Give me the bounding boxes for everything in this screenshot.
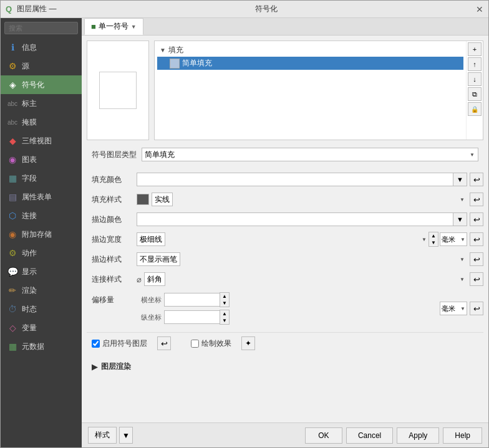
sidebar-item-metadata[interactable]: ▦ 元数据 bbox=[1, 337, 82, 356]
enable-symbol-text: 启用符号图层 bbox=[102, 338, 147, 349]
add-layer-button[interactable]: + bbox=[468, 42, 482, 56]
stroke-color-dropdown-btn[interactable]: ▼ bbox=[453, 212, 467, 226]
draw-effects-label[interactable]: 绘制效果 bbox=[191, 338, 231, 349]
enable-symbol-checkbox[interactable] bbox=[92, 340, 100, 348]
copy-layer-button[interactable]: ⧉ bbox=[468, 87, 482, 101]
fill-color-copy-btn[interactable]: ↩ bbox=[470, 173, 483, 186]
sidebar-item-display[interactable]: 💬 显示 bbox=[1, 262, 82, 281]
sidebar-label-fields: 字段 bbox=[22, 173, 37, 184]
stroke-color-label: 描边颜色 bbox=[87, 214, 137, 225]
sidebar-item-variables[interactable]: ◇ 变量 bbox=[1, 318, 82, 337]
sidebar-label-info: 信息 bbox=[22, 42, 37, 53]
sidebar-item-fields[interactable]: ▦ 字段 bbox=[1, 169, 82, 188]
sidebar-label-source: 源 bbox=[22, 61, 29, 72]
stroke-color-input[interactable] bbox=[137, 212, 453, 226]
storage-icon: ◉ bbox=[7, 229, 18, 240]
sidebar-item-storage[interactable]: ◉ 附加存储 bbox=[1, 225, 82, 244]
fill-style-copy-btn[interactable]: ↩ bbox=[470, 193, 483, 206]
layer-fill-icon bbox=[170, 59, 180, 69]
symbol-type-label: 符号图层类型 bbox=[92, 150, 137, 160]
sidebar-item-charts[interactable]: ◉ 图表 bbox=[1, 150, 82, 169]
sidebar-item-time[interactable]: ⏱ 时态 bbox=[1, 300, 82, 318]
style-button[interactable]: 样式 bbox=[88, 427, 117, 444]
sidebar-item-mask[interactable]: abc 掩膜 bbox=[1, 113, 82, 131]
variables-icon: ◇ bbox=[7, 322, 18, 333]
render-section: ▶ 图层渲染 bbox=[87, 359, 483, 374]
offset-y-up-btn[interactable]: ▲ bbox=[220, 310, 229, 317]
fill-style-label: 填充样式 bbox=[87, 194, 137, 205]
enable-symbol-copy-btn[interactable]: ↩ bbox=[157, 336, 171, 350]
stroke-width-down-btn[interactable]: ▼ bbox=[429, 239, 438, 246]
stroke-width-copy-btn[interactable]: ↩ bbox=[470, 232, 483, 246]
sidebar-label-metadata: 元数据 bbox=[22, 341, 44, 352]
offset-y-input[interactable]: 0.000000 bbox=[164, 310, 220, 324]
sidebar-item-3dview[interactable]: ◆ 三维视图 bbox=[1, 131, 82, 150]
symbol-type-select[interactable]: 简单填充 bbox=[142, 148, 478, 161]
sidebar: ℹ 信息 ⚙ 源 ◈ 符号化 abc 标主 abc 掩膜 ◆ 三维视图 bbox=[1, 18, 82, 447]
stroke-width-control: 极细线 ▲ ▼ 毫 bbox=[137, 232, 483, 247]
stroke-width-unit-select[interactable]: 毫米 bbox=[440, 232, 467, 246]
enable-symbol-label[interactable]: 启用符号图层 bbox=[92, 338, 147, 349]
cancel-button[interactable]: Cancel bbox=[346, 427, 393, 444]
connect-style-select[interactable]: 斜角 bbox=[144, 272, 165, 286]
draw-effects-checkbox[interactable] bbox=[191, 340, 199, 348]
offset-x-up-btn[interactable]: ▲ bbox=[220, 293, 229, 300]
move-down-button[interactable]: ↓ bbox=[468, 72, 482, 86]
sidebar-label-render: 渲染 bbox=[22, 285, 37, 296]
sidebar-label-actions: 动作 bbox=[22, 248, 37, 259]
tab-single-symbol[interactable]: ■ 单一符号 ▼ bbox=[84, 18, 143, 35]
sidebar-label-labels: 标主 bbox=[22, 98, 37, 109]
sidebar-item-attrform[interactable]: ▤ 属性表单 bbox=[1, 188, 82, 206]
connect-style-icon: ⌀ bbox=[137, 275, 142, 284]
symbol-type-row: 符号图层类型 简单填充 bbox=[87, 145, 483, 164]
sidebar-label-connect: 连接 bbox=[22, 211, 37, 221]
layer-tree-parent[interactable]: ▼ 填充 bbox=[157, 44, 463, 57]
sidebar-item-connect[interactable]: ⬡ 连接 bbox=[1, 206, 82, 225]
sidebar-item-labels[interactable]: abc 标主 bbox=[1, 94, 82, 113]
offset-y-down-btn[interactable]: ▼ bbox=[220, 317, 229, 324]
charts-icon: ◉ bbox=[7, 154, 18, 165]
render-title[interactable]: ▶ 图层渲染 bbox=[92, 361, 478, 372]
fill-style-select[interactable]: 实线 bbox=[152, 193, 173, 206]
stroke-width-up-btn[interactable]: ▲ bbox=[429, 232, 438, 239]
close-button[interactable]: ✕ bbox=[476, 4, 483, 14]
stroke-width-select[interactable]: 极细线 bbox=[137, 232, 165, 246]
sidebar-item-source[interactable]: ⚙ 源 bbox=[1, 57, 82, 75]
sidebar-label-attrform: 属性表单 bbox=[22, 192, 52, 203]
title-bar-left: Q 图层属性 — bbox=[6, 4, 56, 14]
stroke-color-control: ▼ ↩ bbox=[137, 212, 483, 226]
layer-tree-child[interactable]: 简单填充 bbox=[157, 57, 463, 70]
sidebar-label-charts: 图表 bbox=[22, 155, 37, 165]
info-icon: ℹ bbox=[7, 42, 18, 53]
offset-unit-select[interactable]: 毫米 bbox=[440, 302, 467, 315]
stroke-style-select[interactable]: 不显示画笔 bbox=[137, 252, 180, 266]
sidebar-item-info[interactable]: ℹ 信息 bbox=[1, 38, 82, 57]
help-button[interactable]: Help bbox=[443, 427, 482, 444]
tree-arrow-icon: ▼ bbox=[160, 47, 166, 54]
window-title: 符号化 bbox=[56, 4, 476, 14]
lock-layer-button[interactable]: 🔒 bbox=[468, 102, 482, 116]
sidebar-item-symbology[interactable]: ◈ 符号化 bbox=[1, 75, 82, 94]
main-content: ℹ 信息 ⚙ 源 ◈ 符号化 abc 标主 abc 掩膜 ◆ 三维视图 bbox=[1, 18, 488, 447]
offset-x-input[interactable]: 0.000000 bbox=[164, 293, 220, 307]
fill-color-input[interactable] bbox=[137, 173, 453, 186]
metadata-icon: ▦ bbox=[7, 341, 18, 352]
sidebar-search-wrap bbox=[1, 18, 82, 38]
ok-button[interactable]: OK bbox=[305, 427, 342, 444]
search-input[interactable] bbox=[4, 22, 78, 34]
offset-x-down-btn[interactable]: ▼ bbox=[220, 300, 229, 307]
sidebar-item-render[interactable]: ✏ 渲染 bbox=[1, 281, 82, 300]
layer-buttons: + ↑ ↓ ⧉ 🔒 bbox=[466, 41, 483, 140]
move-up-button[interactable]: ↑ bbox=[468, 57, 482, 71]
stroke-color-copy-btn[interactable]: ↩ bbox=[470, 212, 483, 226]
sidebar-item-actions[interactable]: ⚙ 动作 bbox=[1, 244, 82, 262]
style-dropdown-btn[interactable]: ▼ bbox=[119, 427, 133, 444]
tab-symbol-icon: ■ bbox=[91, 22, 96, 31]
offset-copy-btn[interactable]: ↩ bbox=[470, 302, 483, 315]
stroke-style-copy-btn[interactable]: ↩ bbox=[470, 252, 483, 266]
apply-button[interactable]: Apply bbox=[397, 427, 439, 444]
fill-color-dropdown-btn[interactable]: ▼ bbox=[453, 173, 467, 186]
offset-unit-wrap: 毫米 bbox=[440, 302, 467, 315]
connect-style-copy-btn[interactable]: ↩ bbox=[470, 272, 483, 286]
draw-effects-icon-btn[interactable]: ✦ bbox=[241, 336, 255, 350]
